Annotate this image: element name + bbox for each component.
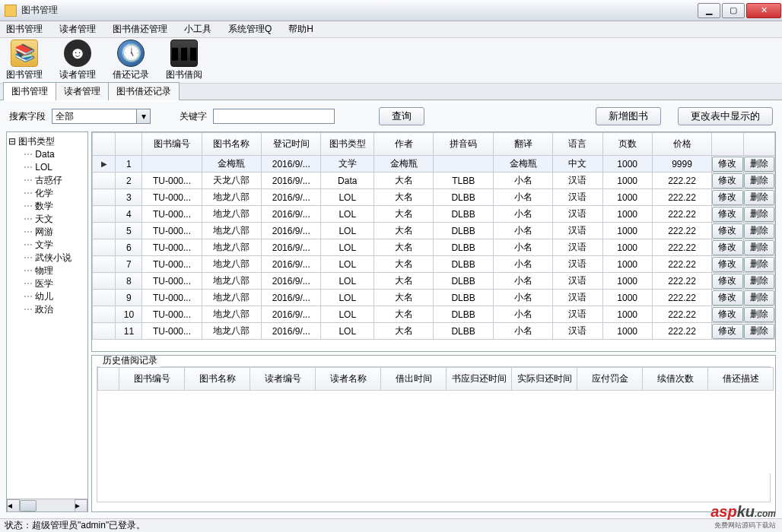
column-header[interactable]: 借出时间 [381, 367, 447, 390]
toolbar-borrow-book[interactable]: ▮▮▮ 图书借阅 [166, 40, 202, 81]
delete-button[interactable]: 删除 [744, 157, 774, 172]
tree-root[interactable]: 图书类型 [8, 135, 86, 148]
table-row[interactable]: 6TU-000...地龙八部2016/9/...LOL大名DLBB小名汉语100… [93, 239, 775, 256]
column-header[interactable] [743, 133, 774, 156]
delete-button[interactable]: 删除 [744, 207, 774, 222]
table-row[interactable]: ▶1金梅瓶2016/9/...文学金梅瓶金梅瓶中文10009999修改删除 [93, 156, 775, 173]
menu-borrow-return[interactable]: 图书借还管理 [110, 21, 170, 37]
column-header[interactable]: 借还描述 [708, 367, 774, 390]
column-header[interactable]: 实际归还时间 [512, 367, 577, 390]
tab-borrow-history[interactable]: 图书借还记录 [108, 82, 180, 100]
column-header[interactable] [712, 133, 743, 156]
table-row[interactable]: 2TU-000...天龙八部2016/9/...Data大名TLBB小名汉语10… [93, 173, 775, 189]
menu-reader-manage[interactable]: 读者管理 [56, 21, 99, 37]
edit-button[interactable]: 修改 [712, 157, 742, 172]
table-row[interactable]: 7TU-000...地龙八部2016/9/...LOL大名DLBB小名汉语100… [93, 256, 775, 273]
tree-node[interactable]: 天文 [8, 213, 86, 226]
tree-node[interactable]: Data [8, 148, 86, 161]
change-columns-button[interactable]: 更改表中显示的 [678, 107, 773, 125]
edit-button[interactable]: 修改 [712, 274, 742, 289]
table-row[interactable]: 9TU-000...地龙八部2016/9/...LOL大名DLBB小名汉语100… [93, 290, 775, 306]
tree-node[interactable]: 物理 [8, 264, 86, 277]
books-grid[interactable]: 图书编号图书名称登记时间图书类型作者拼音码翻译语言页数价格▶1金梅瓶2016/9… [91, 131, 776, 352]
tree-node[interactable]: 政治 [8, 303, 86, 316]
table-row[interactable]: 8TU-000...地龙八部2016/9/...LOL大名DLBB小名汉语100… [93, 273, 775, 290]
delete-button[interactable]: 删除 [744, 324, 774, 339]
menu-tools[interactable]: 小工具 [181, 21, 215, 37]
maximize-button[interactable]: ▢ [722, 3, 745, 18]
table-row[interactable]: 10TU-000...地龙八部2016/9/...LOL大名DLBB小名汉语10… [93, 306, 775, 323]
delete-button[interactable]: 删除 [744, 290, 774, 306]
status-text: 状态：超级管理员"admin"已登录。 [5, 519, 145, 532]
column-header[interactable] [116, 133, 142, 156]
column-header[interactable]: 续借次数 [643, 367, 708, 390]
column-header[interactable]: 读者编号 [250, 367, 316, 390]
toolbar-book-manage[interactable]: 📚 图书管理 [6, 40, 43, 81]
keyword-input[interactable] [213, 109, 335, 124]
tab-book-manage[interactable]: 图书管理 [3, 82, 56, 100]
menu-help[interactable]: 帮助H [285, 21, 316, 37]
tree-node[interactable]: 数学 [8, 200, 86, 213]
menu-book-manage[interactable]: 图书管理 [3, 21, 46, 37]
column-header[interactable]: 图书编号 [119, 367, 185, 390]
column-header[interactable]: 书应归还时间 [447, 367, 512, 390]
column-header[interactable]: 语言 [553, 133, 602, 156]
delete-button[interactable]: 删除 [744, 173, 774, 188]
column-header[interactable]: 图书名称 [202, 133, 261, 156]
query-button[interactable]: 查询 [379, 107, 424, 125]
category-tree[interactable]: 图书类型DataLOL古惑仔化学数学天文网游文学武侠小说物理医学幼儿政治 ◂ ▸ [6, 131, 88, 512]
column-header[interactable]: 作者 [374, 133, 434, 156]
column-header[interactable]: 读者名称 [316, 367, 381, 390]
edit-button[interactable]: 修改 [712, 324, 742, 339]
column-header[interactable]: 图书编号 [142, 133, 202, 156]
column-header[interactable]: 拼音码 [434, 133, 493, 156]
scroll-right-icon[interactable]: ▸ [75, 499, 87, 512]
delete-button[interactable]: 删除 [744, 240, 774, 255]
tree-node[interactable]: 网游 [8, 226, 86, 239]
tree-node[interactable]: 文学 [8, 239, 86, 252]
toolbar-borrow-history[interactable]: 🕔 借还记录 [113, 40, 149, 81]
tree-node[interactable]: 化学 [8, 187, 86, 200]
close-button[interactable]: ✕ [746, 3, 781, 18]
column-header[interactable]: 登记时间 [262, 133, 321, 156]
scroll-left-icon[interactable]: ◂ [7, 499, 20, 512]
column-header[interactable]: 翻译 [493, 133, 552, 156]
edit-button[interactable]: 修改 [712, 307, 742, 322]
tree-node[interactable]: 医学 [8, 277, 86, 290]
minimize-button[interactable]: ▁ [698, 3, 720, 18]
column-header[interactable]: 图书名称 [185, 367, 250, 390]
edit-button[interactable]: 修改 [712, 257, 742, 272]
new-book-button[interactable]: 新增图书 [596, 107, 661, 125]
edit-button[interactable]: 修改 [712, 290, 742, 306]
column-header[interactable] [93, 133, 116, 156]
tree-node[interactable]: 古惑仔 [8, 174, 86, 187]
table-row[interactable]: 4TU-000...地龙八部2016/9/...LOL大名DLBB小名汉语100… [93, 206, 775, 223]
edit-button[interactable]: 修改 [712, 240, 742, 255]
table-row[interactable]: 3TU-000...地龙八部2016/9/...LOL大名DLBB小名汉语100… [93, 189, 775, 206]
delete-button[interactable]: 删除 [744, 257, 774, 272]
edit-button[interactable]: 修改 [712, 223, 742, 239]
column-header[interactable]: 图书类型 [321, 133, 374, 156]
menu-system[interactable]: 系统管理Q [225, 21, 275, 37]
toolbar-reader-manage[interactable]: ☻ 读者管理 [59, 40, 96, 81]
edit-button[interactable]: 修改 [712, 207, 742, 222]
edit-button[interactable]: 修改 [712, 190, 742, 205]
tree-scrollbar[interactable]: ◂ ▸ [7, 499, 87, 511]
delete-button[interactable]: 删除 [744, 307, 774, 322]
tree-node[interactable]: 幼儿 [8, 290, 86, 303]
tree-node[interactable]: 武侠小说 [8, 252, 86, 264]
column-header[interactable]: 应付罚金 [577, 367, 643, 390]
delete-button[interactable]: 删除 [744, 190, 774, 205]
delete-button[interactable]: 删除 [744, 274, 774, 289]
table-row[interactable]: 5TU-000...地龙八部2016/9/...LOL大名DLBB小名汉语100… [93, 223, 775, 239]
edit-button[interactable]: 修改 [712, 173, 742, 188]
delete-button[interactable]: 删除 [744, 223, 774, 239]
column-header[interactable]: 价格 [652, 133, 711, 156]
tab-reader-manage[interactable]: 读者管理 [56, 82, 109, 100]
table-row[interactable]: 11TU-000...地龙八部2016/9/...LOL大名DLBB小名汉语10… [93, 323, 775, 340]
column-header[interactable] [98, 367, 119, 390]
window-titlebar: 图书管理 ▁ ▢ ✕ [0, 0, 782, 21]
tree-node[interactable]: LOL [8, 161, 86, 174]
search-field-combo[interactable]: 全部 ▾ [52, 109, 151, 124]
column-header[interactable]: 页数 [602, 133, 652, 156]
